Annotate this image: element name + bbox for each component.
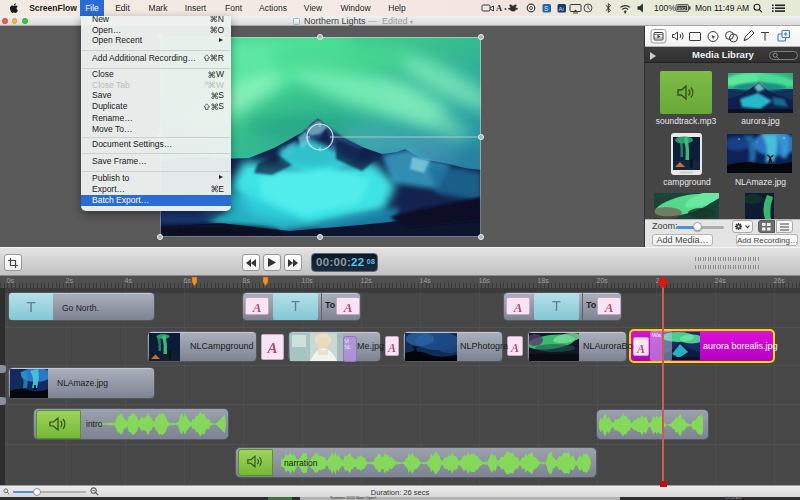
svg-text:EX2: EX2 [678,6,687,11]
svg-text:A: A [496,3,503,13]
svg-text:Mon 11:49 AM: Mon 11:49 AM [695,3,749,13]
svg-text:Ai: Ai [559,6,564,12]
svg-text:100%: 100% [654,3,676,13]
svg-text:S: S [544,5,549,12]
